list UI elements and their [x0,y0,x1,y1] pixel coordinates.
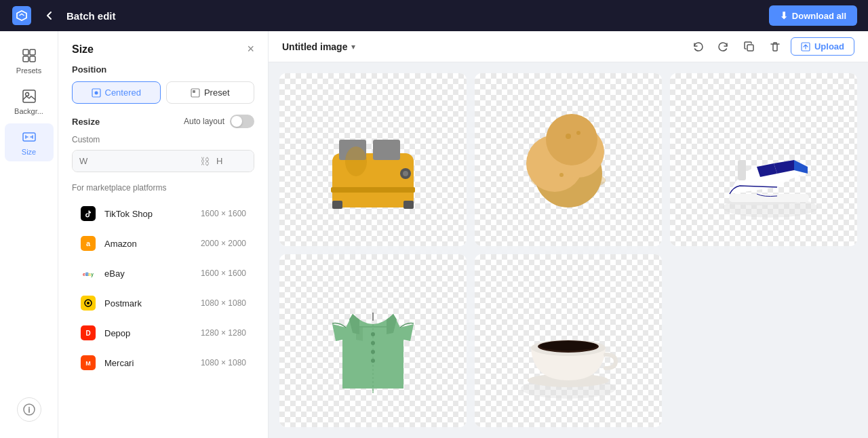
size-divider: ⛓ [200,151,210,172]
position-label: Position [72,64,254,75]
platform-item[interactable]: Postmark 1080 × 1080 [72,289,254,317]
position-section: Position Centered Preset [58,64,268,115]
sidebar-item-background-label: Backgr... [14,107,43,115]
panel-header: Size × [58,31,268,64]
platform-icon: M [80,355,96,371]
platform-item[interactable]: TikTok Shop 1600 × 1600 [72,199,254,228]
platform-icon: a [80,235,96,252]
svg-point-59 [371,341,375,345]
presets-icon [21,47,37,64]
width-input[interactable] [73,151,200,172]
platform-name: TikTok Shop [104,209,193,219]
svg-point-24 [87,302,90,304]
platform-item[interactable]: a Amazon 2000 × 2000 [72,229,254,258]
svg-rect-56 [729,194,809,202]
image-selector-title: Untitled image [282,41,347,52]
toggle-knob [231,116,242,127]
sidebar-item-presets[interactable]: Presets [5,42,54,80]
undo-button[interactable] [688,37,708,57]
image-thumb [279,73,467,246]
image-thumb [475,254,662,427]
content-header: Untitled image ▾ [269,31,868,62]
platform-icon: D [80,325,96,341]
platform-name: eBay [104,268,193,279]
platform-name: Amazon [104,239,193,249]
svg-rect-31 [332,153,414,207]
position-buttons: Centered Preset [72,81,254,104]
upload-button[interactable]: Upload [791,37,854,56]
svg-text:a: a [86,239,91,247]
image-card[interactable]: 04-Amazon 2000 × 2000px [279,254,467,427]
size-icon [21,129,37,145]
svg-point-58 [371,332,375,336]
height-input[interactable] [210,151,254,172]
icon-sidebar: Presets Backgr... Size [0,31,58,438]
svg-point-36 [345,146,367,176]
delete-button[interactable] [765,37,785,57]
svg-rect-5 [23,90,35,102]
image-thumb [670,73,857,246]
image-card[interactable]: 03-Amazon 2000 × 2000px [670,73,857,246]
platform-item[interactable]: D Depop 1280 × 1280 [72,319,254,347]
download-all-button[interactable]: ⬇ Download all [769,5,857,26]
image-card[interactable]: 02-Amazon 2000 × 2000px [475,73,662,246]
content-actions: Upload [688,37,854,57]
image-card[interactable]: 05-Amazon 2000 × 2000px [475,254,662,427]
sidebar-item-size[interactable]: Size [5,123,54,161]
svg-point-53 [566,134,571,139]
resize-label: Resize [72,117,100,127]
platform-item[interactable]: M Mercari 1080 × 1080 [72,349,254,377]
image-card[interactable]: 01-Amazon 2000 × 2000px [279,73,467,246]
platform-size: 1080 × 1080 [201,298,246,308]
sidebar-bottom [17,392,41,427]
platform-size: 1600 × 1600 [201,209,246,218]
duplicate-button[interactable] [739,37,760,57]
auto-layout-row: Auto layout [184,115,254,128]
svg-point-9 [28,407,30,408]
platform-name: Mercari [104,358,193,368]
platform-name: Postmark [104,298,193,308]
panel-title: Size [72,43,94,56]
svg-point-68 [540,341,597,351]
platform-item[interactable]: e B a y eBay 1600 × 1600 [72,259,254,287]
svg-rect-29 [747,45,753,51]
image-grid: 01-Amazon 2000 × 2000px 02-Amazon 2000 ×… [269,62,868,438]
svg-point-61 [371,359,375,363]
redo-button[interactable] [713,37,734,57]
svg-text:D: D [85,330,90,337]
svg-rect-2 [30,49,35,55]
preset-button[interactable]: Preset [166,81,255,104]
hint-button[interactable] [17,397,41,422]
svg-rect-34 [332,201,342,209]
auto-layout-label: Auto layout [184,117,224,126]
content-area: Untitled image ▾ [269,31,868,438]
svg-rect-14 [81,206,96,221]
back-button[interactable] [41,7,58,24]
image-selector[interactable]: Untitled image ▾ [282,41,355,52]
sidebar-item-size-label: Size [22,148,36,156]
resize-section: Resize Auto layout Custom ⛓ [58,115,268,183]
download-icon: ⬇ [780,10,788,21]
platform-icon [80,205,96,222]
page-title: Batch edit [66,10,116,22]
svg-point-52 [546,114,597,165]
centered-button[interactable]: Centered [72,81,161,104]
svg-rect-7 [23,133,35,141]
svg-rect-4 [30,56,35,62]
logo-icon [11,5,33,26]
svg-rect-12 [191,89,199,97]
image-thumb [279,254,467,427]
close-panel-button[interactable]: × [247,42,254,56]
platform-size: 1280 × 1280 [201,328,246,338]
svg-text:y: y [91,272,94,277]
svg-rect-57 [738,160,746,180]
svg-rect-37 [331,187,415,193]
sidebar-item-background[interactable]: Backgr... [5,83,54,121]
marketplace-label: For marketplace platforms [72,183,254,193]
background-icon [21,88,37,104]
sidebar-item-presets-label: Presets [16,66,41,75]
svg-point-47 [559,173,564,177]
svg-rect-33 [373,140,400,160]
svg-point-11 [94,91,98,94]
auto-layout-toggle[interactable] [230,115,254,128]
